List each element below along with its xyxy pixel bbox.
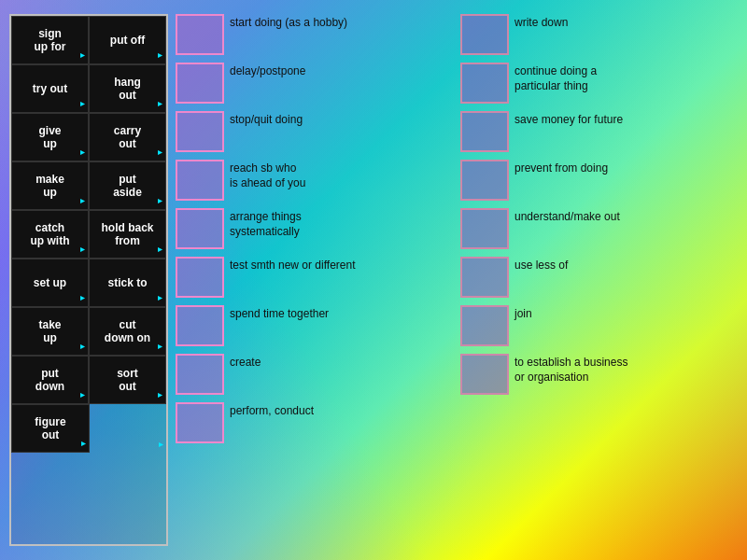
phrase-row: figure out — [11, 404, 166, 453]
phrase-btn-hold-back-from[interactable]: hold back from — [89, 210, 166, 259]
def-left-box-8[interactable] — [176, 402, 224, 443]
def-left-text-4: arrange things systematically — [230, 208, 453, 239]
phrase-row: make upput aside — [11, 161, 166, 210]
def-left-row-6: spend time together — [176, 305, 453, 350]
phrase-btn-put-off[interactable]: put off — [89, 16, 166, 64]
def-left-text-0: start doing (as a hobby) — [230, 14, 453, 31]
def-right-box-2[interactable] — [460, 111, 509, 152]
def-right-row-2: save money for future — [460, 111, 738, 156]
def-right-row-4: understand/make out — [460, 208, 738, 253]
def-right-row-0: write down — [460, 14, 738, 59]
phrase-btn-figure-out[interactable]: figure out — [11, 404, 90, 453]
phrase-row: sign up forput off — [11, 16, 166, 64]
phrase-btn-sign-up-for[interactable]: sign up for — [11, 16, 89, 64]
def-right-row-6: join — [460, 305, 738, 350]
def-left-box-5[interactable] — [176, 257, 224, 298]
def-right-text-1: continue doing a particular thing — [514, 63, 738, 93]
phrases-column: sign up forput offtry outhang outgive up… — [9, 14, 168, 546]
def-right-row-3: prevent from doing — [460, 160, 738, 204]
def-right-text-0: write down — [514, 14, 738, 31]
def-left-box-6[interactable] — [176, 305, 224, 346]
def-right-text-6: join — [514, 305, 738, 322]
def-left-text-3: reach sb who is ahead of you — [230, 160, 453, 190]
phrase-row: put downsort out — [11, 356, 166, 404]
phrase-btn-stick-to[interactable]: stick to — [89, 259, 166, 307]
phrase-row: try outhang out — [11, 64, 166, 113]
def-left-row-7: create — [176, 354, 453, 399]
main-container: sign up forput offtry outhang outgive up… — [0, 0, 747, 560]
phrase-btn-set-up[interactable]: set up — [11, 259, 89, 307]
phrase-btn-try-out[interactable]: try out — [11, 64, 89, 113]
def-left-text-2: stop/quit doing — [230, 111, 453, 128]
def-right-row-1: continue doing a particular thing — [460, 63, 738, 107]
def-left-text-5: test smth new or different — [230, 257, 453, 273]
def-right-box-3[interactable] — [460, 160, 509, 201]
def-right-box-7[interactable] — [460, 354, 509, 395]
def-left-row-8: perform, conduct — [176, 402, 453, 447]
phrase-row: set upstick to — [11, 259, 166, 307]
phrase-btn-put-down[interactable]: put down — [11, 356, 89, 404]
def-left-box-0[interactable] — [176, 14, 224, 55]
def-left-text-1: delay/postpone — [230, 63, 453, 79]
def-right-box-5[interactable] — [460, 257, 509, 298]
phrase-btn-sort-out[interactable]: sort out — [89, 356, 166, 404]
definitions-right-column: write downcontinue doing a particular th… — [460, 14, 738, 546]
def-right-text-7: to establish a business or organisation — [514, 354, 738, 385]
phrase-btn-carry-out[interactable]: carry out — [89, 113, 166, 161]
def-left-text-8: perform, conduct — [230, 402, 453, 419]
phrase-btn-put-aside[interactable]: put aside — [89, 161, 166, 210]
def-left-row-2: stop/quit doing — [176, 111, 453, 156]
def-left-box-4[interactable] — [176, 208, 224, 249]
def-left-box-2[interactable] — [176, 111, 224, 152]
phrase-btn-catch-up-with[interactable]: catch up with — [11, 210, 89, 259]
phrase-row: catch up withhold back from — [11, 210, 166, 259]
def-right-box-4[interactable] — [460, 208, 509, 249]
phrase-btn-give-up[interactable]: give up — [11, 113, 89, 161]
def-right-box-6[interactable] — [460, 305, 509, 346]
def-right-text-3: prevent from doing — [514, 160, 738, 176]
def-right-row-7: to establish a business or organisation — [460, 354, 738, 399]
def-right-text-4: understand/make out — [514, 208, 738, 225]
def-right-box-0[interactable] — [460, 14, 509, 55]
definitions-left-column: start doing (as a hobby)delay/postponest… — [176, 14, 453, 546]
def-left-box-1[interactable] — [176, 63, 224, 104]
def-left-row-5: test smth new or different — [176, 257, 453, 301]
phrase-btn-take-up[interactable]: take up — [11, 307, 89, 356]
phrase-btn-empty — [90, 404, 166, 453]
def-left-text-7: create — [230, 354, 453, 371]
def-right-text-5: use less of — [514, 257, 738, 273]
def-left-box-7[interactable] — [176, 354, 224, 395]
phrase-btn-hang-out[interactable]: hang out — [89, 64, 166, 113]
def-left-box-3[interactable] — [176, 160, 224, 201]
def-left-row-4: arrange things systematically — [176, 208, 453, 253]
def-right-text-2: save money for future — [514, 111, 738, 128]
phrase-btn-cut-down-on[interactable]: cut down on — [89, 307, 166, 356]
phrase-btn-make-up[interactable]: make up — [11, 161, 89, 210]
def-right-row-5: use less of — [460, 257, 738, 301]
def-left-text-6: spend time together — [230, 305, 453, 322]
phrase-row: give upcarry out — [11, 113, 166, 161]
def-left-row-3: reach sb who is ahead of you — [176, 160, 453, 204]
phrase-row: take upcut down on — [11, 307, 166, 356]
def-right-box-1[interactable] — [460, 63, 509, 104]
def-left-row-1: delay/postpone — [176, 63, 453, 107]
def-left-row-0: start doing (as a hobby) — [176, 14, 453, 59]
